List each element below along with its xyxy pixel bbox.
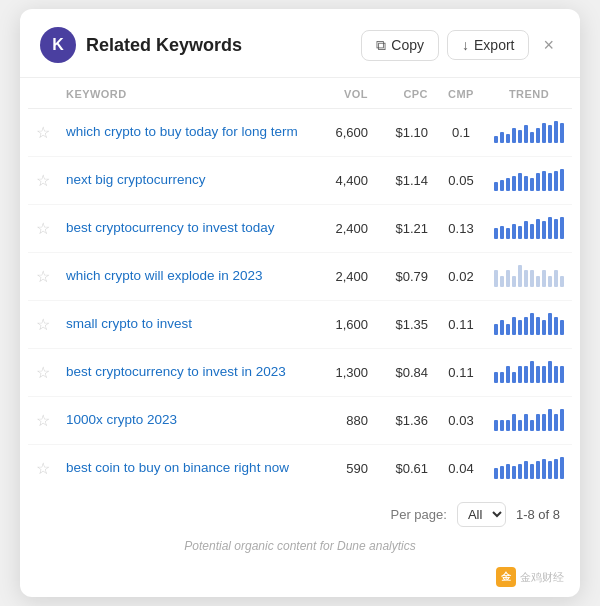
trend-cell (486, 349, 572, 397)
cmp-cell: 0.04 (436, 445, 486, 493)
keyword-link[interactable]: small crypto to invest (66, 316, 192, 331)
keyword-cell: small crypto to invest (58, 301, 306, 349)
vol-cell: 4,400 (306, 157, 376, 205)
table-wrap: KEYWORD VOL CPC CMP TREND ☆which crypto … (20, 78, 580, 492)
keyword-cell: which crypto will explode in 2023 (58, 253, 306, 301)
keyword-link[interactable]: which crypto to buy today for long term (66, 124, 298, 139)
close-button[interactable]: × (537, 33, 560, 58)
table-row: ☆best cryptocurrency to invest today2,40… (28, 205, 572, 253)
keyword-link[interactable]: which crypto will explode in 2023 (66, 268, 263, 283)
trend-cell (486, 445, 572, 493)
trend-cell (486, 253, 572, 301)
panel-header: K Related Keywords ⧉ Copy ↓ Export × (20, 9, 580, 78)
keyword-link[interactable]: best cryptocurrency to invest in 2023 (66, 364, 286, 379)
vol-cell: 2,400 (306, 205, 376, 253)
vol-cell: 880 (306, 397, 376, 445)
trend-cell (486, 109, 572, 157)
star-header (28, 78, 58, 109)
trend-bar (494, 359, 564, 383)
keywords-table: KEYWORD VOL CPC CMP TREND ☆which crypto … (28, 78, 572, 492)
table-row: ☆next big cryptocurrency4,400$1.140.05 (28, 157, 572, 205)
header-actions: ⧉ Copy ↓ Export × (361, 30, 560, 61)
trend-cell (486, 301, 572, 349)
vol-cell: 6,600 (306, 109, 376, 157)
star-cell[interactable]: ☆ (28, 109, 58, 157)
trend-bar (494, 455, 564, 479)
header-left: K Related Keywords (40, 27, 242, 63)
related-keywords-panel: K Related Keywords ⧉ Copy ↓ Export × KEY… (20, 9, 580, 597)
cmp-header: CMP (436, 78, 486, 109)
copy-icon: ⧉ (376, 37, 386, 54)
vol-cell: 2,400 (306, 253, 376, 301)
panel-title: Related Keywords (86, 35, 242, 56)
keyword-cell: best coin to buy on binance right now (58, 445, 306, 493)
cpc-cell: $0.79 (376, 253, 436, 301)
cpc-cell: $1.21 (376, 205, 436, 253)
star-cell[interactable]: ☆ (28, 157, 58, 205)
table-row: ☆best coin to buy on binance right now59… (28, 445, 572, 493)
vol-cell: 1,300 (306, 349, 376, 397)
star-cell[interactable]: ☆ (28, 205, 58, 253)
keyword-cell: best cryptocurrency to invest in 2023 (58, 349, 306, 397)
cpc-cell: $0.84 (376, 349, 436, 397)
cpc-header: CPC (376, 78, 436, 109)
star-cell[interactable]: ☆ (28, 445, 58, 493)
cmp-cell: 0.02 (436, 253, 486, 301)
cpc-cell: $1.36 (376, 397, 436, 445)
star-cell[interactable]: ☆ (28, 253, 58, 301)
keyword-header: KEYWORD (58, 78, 306, 109)
cmp-cell: 0.03 (436, 397, 486, 445)
keyword-cell: 1000x crypto 2023 (58, 397, 306, 445)
table-row: ☆which crypto to buy today for long term… (28, 109, 572, 157)
cpc-cell: $0.61 (376, 445, 436, 493)
keyword-link[interactable]: next big cryptocurrency (66, 172, 206, 187)
trend-header: TREND (486, 78, 572, 109)
footer: Per page: All 1-8 of 8 (20, 492, 580, 531)
cpc-cell: $1.14 (376, 157, 436, 205)
star-cell[interactable]: ☆ (28, 349, 58, 397)
table-body: ☆which crypto to buy today for long term… (28, 109, 572, 493)
logo-icon: K (40, 27, 76, 63)
table-row: ☆1000x crypto 2023880$1.360.03 (28, 397, 572, 445)
vol-header: VOL (306, 78, 376, 109)
cmp-cell: 0.05 (436, 157, 486, 205)
cmp-cell: 0.13 (436, 205, 486, 253)
cmp-cell: 0.1 (436, 109, 486, 157)
export-label: Export (474, 37, 514, 53)
keyword-link[interactable]: best cryptocurrency to invest today (66, 220, 275, 235)
table-row: ☆which crypto will explode in 20232,400$… (28, 253, 572, 301)
cpc-cell: $1.10 (376, 109, 436, 157)
table-row: ☆small crypto to invest1,600$1.350.11 (28, 301, 572, 349)
star-cell[interactable]: ☆ (28, 397, 58, 445)
table-header-row: KEYWORD VOL CPC CMP TREND (28, 78, 572, 109)
trend-bar (494, 215, 564, 239)
watermark: 金 金鸡财经 (496, 567, 564, 587)
export-icon: ↓ (462, 37, 469, 53)
copy-button[interactable]: ⧉ Copy (361, 30, 439, 61)
keyword-cell: next big cryptocurrency (58, 157, 306, 205)
vol-cell: 1,600 (306, 301, 376, 349)
export-button[interactable]: ↓ Export (447, 30, 529, 60)
per-page-label: Per page: (391, 507, 447, 522)
table-row: ☆best cryptocurrency to invest in 20231,… (28, 349, 572, 397)
keyword-link[interactable]: best coin to buy on binance right now (66, 460, 289, 475)
keyword-link[interactable]: 1000x crypto 2023 (66, 412, 177, 427)
trend-cell (486, 205, 572, 253)
per-page-select[interactable]: All (457, 502, 506, 527)
cmp-cell: 0.11 (436, 301, 486, 349)
watermark-icon: 金 (496, 567, 516, 587)
trend-cell (486, 157, 572, 205)
trend-cell (486, 397, 572, 445)
keyword-cell: best cryptocurrency to invest today (58, 205, 306, 253)
trend-bar (494, 167, 564, 191)
watermark-text: 金鸡财经 (520, 570, 564, 585)
pagination-info: 1-8 of 8 (516, 507, 560, 522)
footer-note: Potential organic content for Dune analy… (20, 531, 580, 553)
keyword-cell: which crypto to buy today for long term (58, 109, 306, 157)
cmp-cell: 0.11 (436, 349, 486, 397)
trend-bar (494, 311, 564, 335)
star-cell[interactable]: ☆ (28, 301, 58, 349)
vol-cell: 590 (306, 445, 376, 493)
trend-bar (494, 263, 564, 287)
trend-bar (494, 119, 564, 143)
